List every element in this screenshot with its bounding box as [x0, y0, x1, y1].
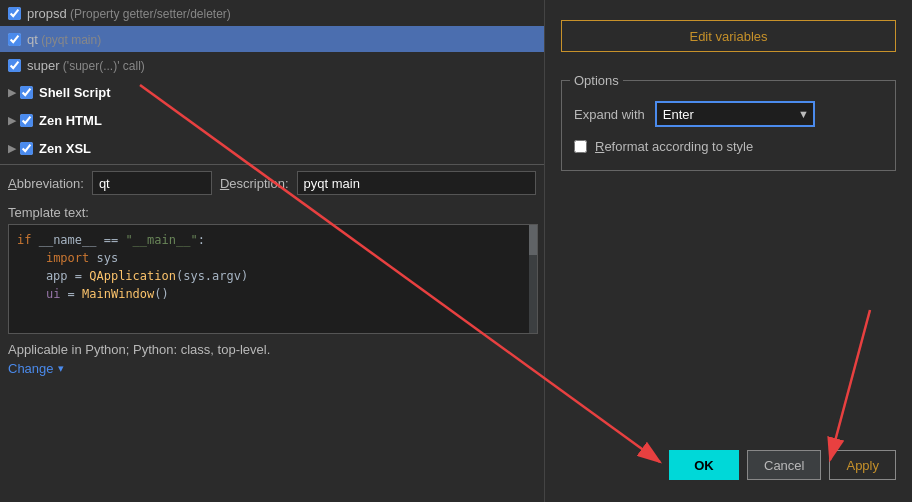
cat-label-zen-html: Zen HTML [39, 113, 102, 128]
applicable-text: Applicable in Python; Python: class, top… [8, 342, 270, 357]
reformat-checkbox[interactable] [574, 140, 587, 153]
expand-with-select[interactable]: Enter Tab Space [655, 101, 815, 127]
checkbox-zen-xsl[interactable] [20, 142, 33, 155]
applicable-row: Applicable in Python; Python: class, top… [0, 336, 544, 359]
checkbox-propsd[interactable] [8, 7, 21, 20]
editor-scrollbar-thumb [529, 225, 537, 255]
options-section: Options Expand with Enter Tab Space ▼ [561, 72, 896, 171]
description-label: Description: [220, 176, 289, 191]
cat-label-shell-script: Shell Script [39, 85, 111, 100]
editor-scrollbar[interactable] [529, 225, 537, 334]
item-label-super: super ('super(...)' call) [27, 58, 145, 73]
expand-with-row: Expand with Enter Tab Space ▼ [574, 101, 883, 127]
template-list: propsd (Property getter/setter/deleter) … [0, 0, 544, 162]
checkbox-qt[interactable] [8, 33, 21, 46]
edit-variables-button[interactable]: Edit variables [561, 20, 896, 52]
checkbox-super[interactable] [8, 59, 21, 72]
expand-arrow-zen-html: ▶ [8, 114, 16, 127]
expand-arrow-zen-xsl: ▶ [8, 142, 16, 155]
checkbox-shell-script[interactable] [20, 86, 33, 99]
abbrev-desc-row: Abbreviation: Description: [0, 164, 544, 201]
cancel-button[interactable]: Cancel [747, 450, 821, 480]
abbreviation-label: Abbreviation: [8, 176, 84, 191]
checkbox-zen-html[interactable] [20, 114, 33, 127]
expand-arrow-shell-script: ▶ [8, 86, 16, 99]
list-item-super[interactable]: super ('super(...)' call) [0, 52, 544, 78]
change-link[interactable]: Change [8, 361, 54, 376]
list-item-qt[interactable]: qt (pyqt main) [0, 26, 544, 52]
template-section: Template text: if __name__ == "__main__"… [0, 201, 544, 336]
expand-with-label: Expand with [574, 107, 645, 122]
template-editor[interactable]: if __name__ == "__main__": import sys ap… [8, 224, 538, 334]
template-label: Template text: [8, 205, 536, 220]
apply-button[interactable]: Apply [829, 450, 896, 480]
category-zen-xsl[interactable]: ▶ Zen XSL [0, 134, 544, 162]
category-zen-html[interactable]: ▶ Zen HTML [0, 106, 544, 134]
abbreviation-input[interactable] [92, 171, 212, 195]
description-input[interactable] [297, 171, 536, 195]
reformat-row: Reformat according to style [574, 139, 883, 154]
change-dropdown-arrow: ▾ [58, 362, 64, 375]
item-label-qt: qt (pyqt main) [27, 32, 101, 47]
cat-label-zen-xsl: Zen XSL [39, 141, 91, 156]
options-label: Options [570, 73, 623, 88]
item-label-propsd: propsd (Property getter/setter/deleter) [27, 6, 231, 21]
bottom-buttons: OK Cancel Apply [669, 430, 896, 488]
list-item-propsd[interactable]: propsd (Property getter/setter/deleter) [0, 0, 544, 26]
category-shell-script[interactable]: ▶ Shell Script [0, 78, 544, 106]
reformat-label: Reformat according to style [595, 139, 753, 154]
change-row: Change ▾ [0, 359, 544, 378]
ok-button[interactable]: OK [669, 450, 739, 480]
right-panel: Edit variables Options Expand with Enter… [545, 0, 912, 502]
options-border: Options Expand with Enter Tab Space ▼ [561, 80, 896, 171]
expand-with-select-wrapper: Enter Tab Space ▼ [655, 101, 815, 127]
